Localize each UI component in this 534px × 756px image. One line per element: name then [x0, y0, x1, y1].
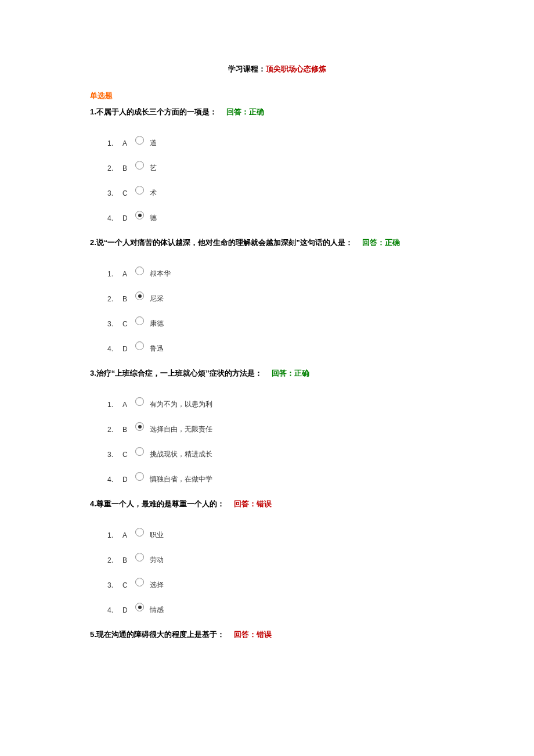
question-prompt: 尊重一个人，最难的是尊重一个人的： — [96, 499, 225, 508]
option-number: 3. — [107, 451, 119, 459]
radio-button[interactable] — [135, 422, 144, 433]
option-letter: A — [122, 531, 133, 539]
course-title: 学习课程：顶尖职场心态修炼 — [90, 64, 464, 74]
radio-button[interactable] — [135, 553, 144, 564]
option-letter: D — [122, 345, 133, 353]
question-text: 5.现在沟通的障碍很大的程度上是基于：回答：错误 — [90, 629, 464, 640]
radio-icon — [135, 267, 144, 275]
radio-icon — [135, 447, 144, 456]
question-2: 2.说“一个人对痛苦的体认越深，他对生命的理解就会越加深刻”这句话的人是：回答：… — [90, 237, 464, 354]
option-number: 2. — [107, 164, 119, 172]
answer-status: 回答：正确 — [362, 238, 400, 247]
answer-label: 回答： — [226, 107, 249, 116]
option-text: 叔本华 — [150, 269, 171, 279]
option-row: 3.C术 — [107, 188, 464, 199]
option-number: 4. — [107, 214, 119, 222]
answer-status: 回答：错误 — [234, 499, 272, 508]
question-text: 3.治疗“上班综合症，一上班就心烦”症状的方法是：回答：正确 — [90, 368, 464, 379]
radio-button[interactable] — [135, 291, 144, 303]
option-text: 道 — [150, 138, 157, 148]
question-text: 4.尊重一个人，最难的是尊重一个人的：回答：错误 — [90, 499, 464, 509]
question-number: 5. — [90, 630, 96, 639]
question-prompt: 现在沟通的障碍很大的程度上是基于： — [96, 630, 225, 639]
question-text: 1.不属于人的成长三个方面的一项是：回答：正确 — [90, 107, 464, 117]
radio-icon — [135, 291, 144, 300]
question-3: 3.治疗“上班综合症，一上班就心烦”症状的方法是：回答：正确1.A有为不为，以患… — [90, 368, 464, 485]
option-row: 1.A有为不为，以患为利 — [107, 399, 464, 410]
answer-label: 回答： — [234, 499, 257, 508]
radio-button[interactable] — [135, 528, 144, 539]
option-letter: B — [122, 164, 133, 172]
question-text: 2.说“一个人对痛苦的体认越深，他对生命的理解就会越加深刻”这句话的人是：回答：… — [90, 237, 464, 248]
option-text: 情感 — [150, 605, 164, 615]
radio-icon — [135, 472, 144, 481]
option-text: 挑战现状，精进成长 — [150, 449, 212, 459]
option-text: 选择自由，无限责任 — [150, 424, 212, 434]
option-row: 3.C挑战现状，精进成长 — [107, 449, 464, 460]
option-letter: C — [122, 451, 133, 459]
option-text: 职业 — [150, 530, 164, 540]
options-list: 1.A有为不为，以患为利2.B选择自由，无限责任3.C挑战现状，精进成长4.D慎… — [90, 399, 464, 485]
radio-button[interactable] — [135, 447, 144, 458]
option-letter: A — [122, 139, 133, 147]
course-title-name: 顶尖职场心态修炼 — [266, 64, 326, 73]
answer-result: 错误 — [257, 630, 272, 639]
option-letter: A — [122, 270, 133, 278]
radio-button[interactable] — [135, 603, 144, 614]
option-letter: B — [122, 426, 133, 434]
option-row: 3.C选择 — [107, 579, 464, 591]
option-number: 1. — [107, 270, 119, 278]
question-prompt: 治疗“上班综合症，一上班就心烦”症状的方法是： — [96, 369, 262, 377]
radio-button[interactable] — [135, 136, 144, 147]
option-number: 1. — [107, 401, 119, 409]
option-row: 3.C康德 — [107, 318, 464, 329]
radio-button[interactable] — [135, 161, 144, 172]
option-text: 劳动 — [150, 555, 164, 565]
radio-button[interactable] — [135, 316, 144, 327]
option-row: 2.B艺 — [107, 163, 464, 174]
option-letter: D — [122, 476, 133, 484]
option-letter: D — [122, 214, 133, 222]
radio-icon — [135, 136, 144, 145]
option-text: 艺 — [150, 163, 157, 173]
radio-icon — [135, 603, 144, 611]
radio-button[interactable] — [135, 267, 144, 278]
radio-icon — [135, 316, 144, 325]
answer-result: 正确 — [294, 369, 309, 377]
option-number: 4. — [107, 606, 119, 614]
option-row: 1.A道 — [107, 138, 464, 149]
option-number: 3. — [107, 581, 119, 589]
options-list: 1.A职业2.B劳动3.C选择4.D情感 — [90, 530, 464, 615]
radio-button[interactable] — [135, 472, 144, 483]
option-letter: D — [122, 606, 133, 614]
question-prompt: 不属于人的成长三个方面的一项是： — [96, 107, 217, 116]
radio-icon — [135, 211, 144, 219]
option-text: 有为不为，以患为利 — [150, 399, 212, 409]
question-1: 1.不属于人的成长三个方面的一项是：回答：正确1.A道2.B艺3.C术4.D德 — [90, 107, 464, 224]
answer-label: 回答： — [272, 369, 294, 377]
radio-icon — [135, 186, 144, 195]
answer-result: 正确 — [385, 238, 400, 247]
radio-button[interactable] — [135, 578, 144, 589]
radio-button[interactable] — [135, 397, 144, 408]
option-number: 1. — [107, 531, 119, 539]
radio-button[interactable] — [135, 186, 144, 197]
options-list: 1.A叔本华2.B尼采3.C康德4.D鲁迅 — [90, 268, 464, 354]
radio-button[interactable] — [135, 211, 144, 222]
radio-icon — [135, 528, 144, 537]
option-number: 4. — [107, 476, 119, 484]
answer-label: 回答： — [362, 238, 385, 247]
option-number: 2. — [107, 556, 119, 564]
radio-icon — [135, 341, 144, 350]
answer-status: 回答：正确 — [226, 107, 264, 116]
option-row: 1.A叔本华 — [107, 268, 464, 279]
option-row: 4.D慎独自省，在做中学 — [107, 474, 464, 485]
option-number: 2. — [107, 295, 119, 303]
option-number: 3. — [107, 320, 119, 328]
question-number: 1. — [90, 107, 96, 116]
option-number: 4. — [107, 345, 119, 353]
option-text: 尼采 — [150, 294, 164, 304]
question-number: 2. — [90, 238, 96, 247]
radio-button[interactable] — [135, 341, 144, 352]
answer-status: 回答：正确 — [272, 369, 309, 377]
